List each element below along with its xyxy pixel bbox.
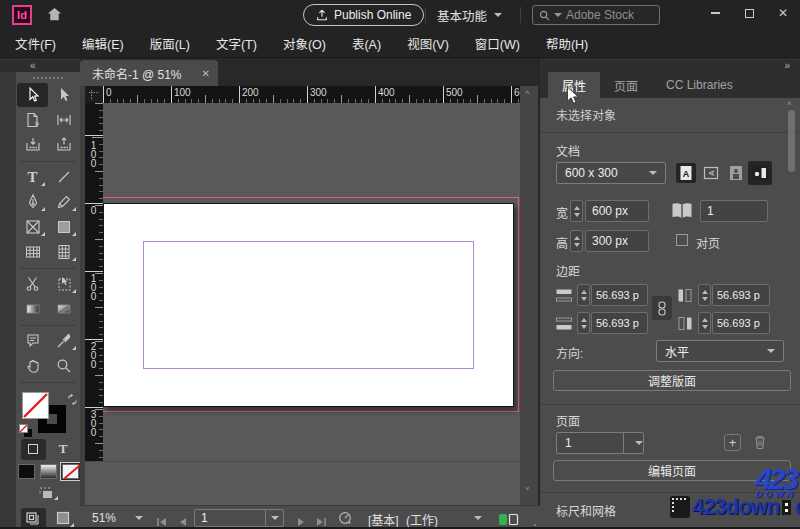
- width-stepper[interactable]: [570, 200, 583, 222]
- zoom-chevron-icon[interactable]: [135, 516, 143, 520]
- next-page-button[interactable]: [297, 513, 305, 529]
- default-fill-stroke-icon[interactable]: [19, 424, 33, 438]
- preview-mode-button[interactable]: [51, 508, 76, 529]
- margin-left-field[interactable]: 56.693 p: [712, 284, 770, 306]
- page-dropdown-chevron[interactable]: [623, 433, 643, 453]
- menu-view[interactable]: 视图(V): [394, 30, 462, 57]
- delete-page-button[interactable]: [752, 433, 768, 455]
- last-page-button[interactable]: [316, 513, 327, 529]
- menu-window[interactable]: 窗口(W): [462, 30, 533, 57]
- scroll-up-icon[interactable]: ˄: [525, 88, 530, 97]
- rectangle-tool[interactable]: [48, 215, 79, 239]
- menu-layout[interactable]: 版面(L): [137, 30, 203, 57]
- binding-rtl-button[interactable]: [748, 161, 772, 185]
- direction-dropdown[interactable]: 水平: [656, 340, 784, 362]
- hand-tool[interactable]: [17, 354, 48, 378]
- fill-swatch-none[interactable]: [22, 392, 49, 419]
- panel-drag-handle[interactable]: [32, 76, 64, 79]
- margin-right-field[interactable]: 56.693 p: [712, 312, 770, 334]
- apply-gradient-button[interactable]: [40, 464, 57, 479]
- spread-view-icon[interactable]: [498, 512, 519, 529]
- page-number-field[interactable]: 1: [194, 509, 284, 527]
- selection-tool[interactable]: [17, 83, 48, 107]
- menu-edit[interactable]: 编辑(E): [69, 30, 137, 57]
- width-field[interactable]: 600 px: [585, 200, 649, 222]
- binding-ltr-button[interactable]: [726, 163, 746, 183]
- zoom-level[interactable]: 51%: [92, 511, 116, 525]
- height-field[interactable]: 300 px: [585, 230, 649, 252]
- frame-tool[interactable]: [17, 215, 48, 239]
- vertical-scrollbar[interactable]: ˄ ˅: [520, 86, 538, 505]
- scroll-down-icon[interactable]: ˅: [525, 484, 530, 493]
- first-page-button[interactable]: [156, 513, 167, 529]
- gradient-feather-tool[interactable]: [48, 297, 79, 321]
- publish-online-button[interactable]: Publish Online: [303, 4, 424, 26]
- tab-pages[interactable]: 页面: [600, 72, 652, 98]
- margin-bottom-field[interactable]: 56.693 p: [591, 312, 648, 334]
- tab-cc-libraries[interactable]: CC Libraries: [652, 72, 747, 98]
- margin-bottom-stepper[interactable]: [577, 312, 590, 334]
- panel-scrollbar-thumb[interactable]: [788, 110, 795, 172]
- apply-color-button[interactable]: [18, 464, 35, 479]
- horizontal-ruler[interactable]: 0 100 200 300 400 500 600: [103, 86, 520, 103]
- type-tool[interactable]: T: [17, 165, 48, 189]
- toolbar-collapse-button[interactable]: «: [0, 58, 80, 72]
- direct-selection-tool[interactable]: [48, 83, 79, 107]
- vertical-ruler[interactable]: -100 0 100 200 300: [85, 103, 103, 461]
- adobe-stock-search-input[interactable]: Adobe Stock: [532, 5, 660, 25]
- formatting-affects-text-button[interactable]: T: [51, 439, 76, 460]
- height-stepper[interactable]: [570, 230, 583, 252]
- vertical-grid-tool[interactable]: [48, 240, 79, 264]
- minimize-button[interactable]: [698, 0, 732, 26]
- eyedropper-tool[interactable]: [48, 329, 79, 353]
- panel-collapse-button[interactable]: »: [540, 58, 800, 72]
- page-size-dropdown[interactable]: 600 x 300: [556, 162, 666, 184]
- gap-tool[interactable]: [48, 108, 79, 132]
- page-tool[interactable]: [17, 108, 48, 132]
- zoom-tool[interactable]: [48, 354, 79, 378]
- orientation-landscape-button[interactable]: A: [701, 163, 721, 183]
- margin-top-stepper[interactable]: [577, 284, 590, 306]
- close-button[interactable]: ✕: [766, 0, 800, 26]
- pencil-tool[interactable]: [48, 190, 79, 214]
- link-margins-button[interactable]: [652, 296, 672, 320]
- previous-page-button[interactable]: [179, 513, 187, 529]
- menu-table[interactable]: 表(A): [339, 30, 394, 57]
- add-page-button[interactable]: +: [724, 434, 741, 451]
- ruler-origin-corner[interactable]: [85, 86, 103, 103]
- facing-pages-checkbox[interactable]: [676, 234, 688, 246]
- normal-view-mode-button[interactable]: [21, 508, 46, 529]
- line-tool[interactable]: [48, 165, 79, 189]
- scissors-tool[interactable]: [17, 272, 48, 296]
- resize-grip[interactable]: [528, 519, 537, 529]
- current-page-dropdown[interactable]: 1: [556, 432, 644, 454]
- formatting-affects-container-button[interactable]: [21, 439, 46, 460]
- content-collector-tool[interactable]: [17, 133, 48, 157]
- menu-file[interactable]: 文件(F): [2, 30, 69, 57]
- horizontal-grid-tool[interactable]: [17, 240, 48, 264]
- preflight-profile[interactable]: [基本]: [368, 511, 399, 528]
- margin-top-field[interactable]: 56.693 p: [591, 284, 648, 306]
- tab-close-icon[interactable]: ✕: [202, 68, 210, 79]
- content-placer-tool[interactable]: [48, 133, 79, 157]
- page-dropdown-button[interactable]: [265, 510, 283, 526]
- preflight-chevron-icon[interactable]: [474, 516, 482, 520]
- free-transform-tool[interactable]: [48, 272, 79, 296]
- orientation-portrait-button[interactable]: A: [676, 163, 696, 183]
- maximize-button[interactable]: [732, 0, 766, 26]
- view-options-button[interactable]: [35, 483, 61, 503]
- page-count-field[interactable]: 1: [700, 200, 768, 222]
- home-icon[interactable]: [46, 6, 63, 27]
- preflight-gauge-icon[interactable]: [338, 511, 353, 529]
- panel-scroll-up-icon[interactable]: ˄: [787, 99, 792, 108]
- document-tab[interactable]: 未命名-1 @ 51% ✕: [80, 60, 218, 86]
- margin-left-stepper[interactable]: [698, 284, 711, 306]
- gradient-swatch-tool[interactable]: [17, 297, 48, 321]
- adjust-layout-button[interactable]: 调整版面: [553, 370, 791, 391]
- menu-help[interactable]: 帮助(H): [533, 30, 601, 57]
- note-tool[interactable]: [17, 329, 48, 353]
- swap-fill-stroke-icon[interactable]: [67, 391, 78, 409]
- workspace-switcher[interactable]: 基本功能: [437, 7, 502, 23]
- margin-right-stepper[interactable]: [698, 312, 711, 334]
- pen-tool[interactable]: [17, 190, 48, 214]
